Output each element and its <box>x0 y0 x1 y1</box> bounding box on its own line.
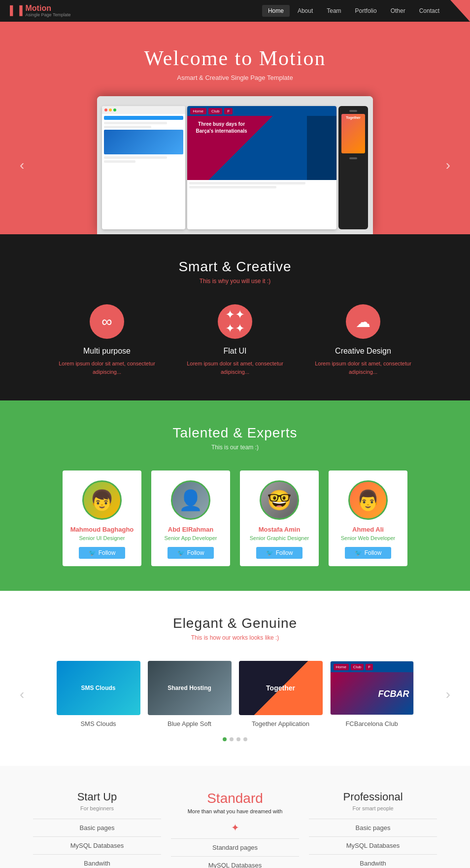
together-text: Together <box>266 684 295 692</box>
feature-name-0: Multi purpose <box>83 347 131 356</box>
hero-mockup: Home Club F Three busy days for Barça's … <box>97 96 373 234</box>
team-card-2: 🤓 Mostafa Amin Senior Graphic Designer 🐦… <box>240 470 319 566</box>
pricing-startup: Start Up For beginners Basic pages MySQL… <box>33 791 161 868</box>
team-card-1: 👤 Abd ElRahman Senior App Developer 🐦 Fo… <box>151 470 230 566</box>
team-section: Talented & Experts This is our team :) 👦… <box>0 400 470 591</box>
fcbar-logo: FCBAR <box>378 689 409 699</box>
team-grid: 👦 Mahmoud Baghagho Senior UI Designer 🐦 … <box>10 470 460 566</box>
window-image <box>104 130 183 154</box>
team-card-3: 👨 Ahmed Ali Senior Web Developer 🐦 Follo… <box>329 470 407 566</box>
follow-label: Follow <box>99 549 116 556</box>
feature-creative: ☁ Creative Design Lorem ipsum dolor sit … <box>314 304 412 376</box>
plan-tagline-0: For beginners <box>33 805 161 811</box>
pricing-professional: Professional For smart people Basic page… <box>309 791 437 868</box>
dot-0[interactable] <box>223 737 227 741</box>
phone-home-button <box>349 157 357 159</box>
plan-tagline-2: For smart people <box>309 805 437 811</box>
portfolio-next-arrow[interactable]: › <box>446 687 450 702</box>
fcbar-side <box>307 116 336 180</box>
plan-features-1: Standard pages MySQL Databases Bandwith … <box>171 838 299 868</box>
fcbar-tab: Home <box>190 108 206 114</box>
fcbar-content <box>187 180 336 192</box>
nav-corner-decoration <box>450 0 470 22</box>
team-role-2: Senior Graphic Designer <box>245 535 314 541</box>
hero-prev-arrow[interactable]: ‹ <box>20 157 24 173</box>
plan-tagline-1: More than what you have dreamed with <box>171 808 299 814</box>
team-name-0: Mahmoud Baghagho <box>67 526 136 533</box>
phone-mockup: Together <box>338 106 368 229</box>
nav-item-home[interactable]: Home <box>262 5 290 17</box>
fcbar-tab: Home <box>334 664 349 670</box>
feature-icon-infinity: ∞ <box>90 304 124 339</box>
pricing-section: Start Up For beginners Basic pages MySQL… <box>0 766 470 868</box>
twitter-icon: 🐦 <box>266 549 273 556</box>
portfolio-slider: ‹ SMS Clouds SMS Clouds Shared Hosting B… <box>10 661 460 727</box>
nav-item-portfolio[interactable]: Portfolio <box>349 5 383 17</box>
portfolio-item-0: SMS Clouds SMS Clouds <box>57 661 140 727</box>
team-title: Talented & Experts <box>10 425 460 441</box>
dot-2[interactable] <box>236 737 240 741</box>
portfolio-prev-arrow[interactable]: ‹ <box>20 687 24 702</box>
content-line <box>104 122 167 124</box>
team-subtitle: This is our team :) <box>10 444 460 451</box>
dot-yellow <box>109 108 112 111</box>
brand-name: Motion <box>26 4 71 12</box>
dot-green <box>113 108 116 111</box>
portfolio-item-3: Home Club F FCBAR FCBarcelona Club <box>330 661 414 727</box>
feature-multi-purpose: ∞ Multi purpose Lorem ipsum dolor sit am… <box>58 304 156 376</box>
dot-3[interactable] <box>243 737 247 741</box>
plan-name-1: Standard <box>171 791 299 806</box>
feature-item: MySQL Databases <box>171 856 299 868</box>
portfolio-section: Elegant & Genuine This is how our works … <box>0 591 470 766</box>
team-role-0: Senior UI Designer <box>67 535 136 541</box>
hero-next-arrow[interactable]: › <box>446 157 450 173</box>
dot-1[interactable] <box>230 737 234 741</box>
avatar-emoji-3: 👨 <box>356 489 380 512</box>
team-name-3: Ahmed Ali <box>334 526 403 533</box>
follow-button-0[interactable]: 🐦 Follow <box>79 547 126 559</box>
avatar-emoji-2: 🤓 <box>267 489 292 512</box>
fcbar-body: FCBAR <box>331 672 413 715</box>
feature-item: MySQL Databases <box>309 836 437 854</box>
feature-item: MySQL Databases <box>33 836 161 854</box>
featured-star-icon: ✦ <box>171 822 299 833</box>
content-line <box>104 156 167 159</box>
blue-apple-visual: Shared Hosting <box>148 661 232 715</box>
feature-icon-flat: ✦✦✦✦ <box>218 304 252 339</box>
team-avatar-0: 👦 <box>82 480 122 520</box>
brand-text: Motion Asingle Page Template <box>26 4 71 18</box>
portfolio-item-1: Shared Hosting Blue Apple Soft <box>148 661 232 727</box>
plan-name-0: Start Up <box>33 791 161 803</box>
fcbar-titlebar: Home Club F <box>187 106 336 116</box>
sms-clouds-visual: SMS Clouds <box>57 661 140 715</box>
feature-name-2: Creative Design <box>335 347 391 356</box>
team-name-2: Mostafa Amin <box>245 526 314 533</box>
follow-button-2[interactable]: 🐦 Follow <box>256 547 303 559</box>
dot-red <box>104 108 107 111</box>
navbar: ▌▐ Motion Asingle Page Template Home Abo… <box>0 0 470 22</box>
nav-item-contact[interactable]: Contact <box>413 5 445 17</box>
mockup-window-2: Home Club F Three busy days for Barça's … <box>187 106 336 229</box>
nav-item-other[interactable]: Other <box>385 5 411 17</box>
feature-item: Basic pages <box>33 819 161 836</box>
portfolio-thumb-0: SMS Clouds <box>57 661 140 715</box>
feature-item: Bandwith <box>309 854 437 868</box>
hero-section: Welcome to Motion Asmart & Creative Sing… <box>0 22 470 234</box>
twitter-icon: 🐦 <box>177 549 185 556</box>
portfolio-label-3: FCBarcelona Club <box>330 720 414 727</box>
portfolio-label-0: SMS Clouds <box>57 720 140 727</box>
nav-item-about[interactable]: About <box>292 5 319 17</box>
follow-button-3[interactable]: 🐦 Follow <box>345 547 392 559</box>
follow-button-1[interactable]: 🐦 Follow <box>168 547 214 559</box>
team-avatar-3: 👨 <box>348 480 388 520</box>
features-title: Smart & Creative <box>10 259 460 275</box>
window-bar <box>104 116 183 120</box>
fcbar-tab: F <box>366 664 373 670</box>
portfolio-thumb-1: Shared Hosting <box>148 661 232 715</box>
feature-item: Basic pages <box>309 819 437 836</box>
feature-flat-ui: ✦✦✦✦ Flat UI Lorem ipsum dolor sit amet,… <box>186 304 284 376</box>
nav-item-team[interactable]: Team <box>321 5 347 17</box>
portfolio-title: Elegant & Genuine <box>10 615 460 631</box>
brand-icon: ▌▐ <box>10 5 23 16</box>
plan-features-2: Basic pages MySQL Databases Bandwith Sto… <box>309 819 437 868</box>
